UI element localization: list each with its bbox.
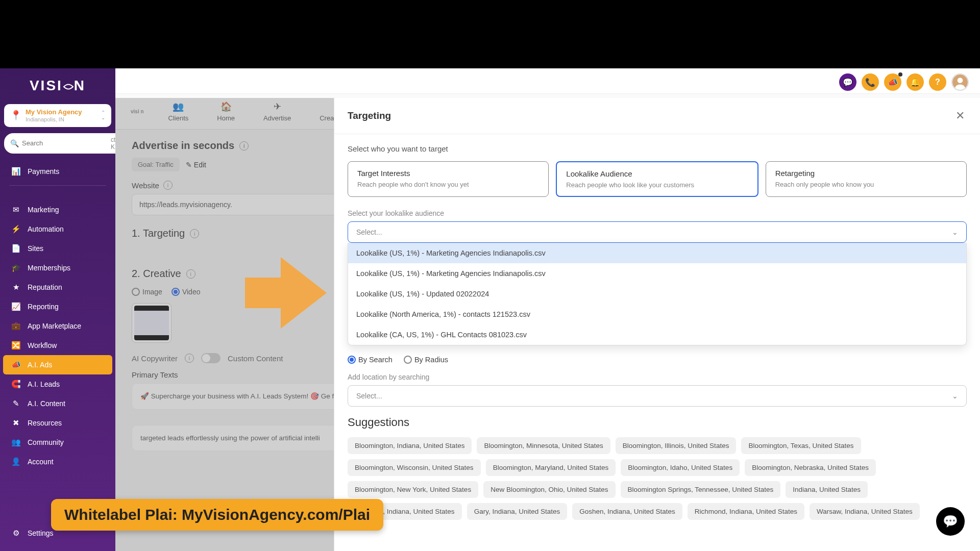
sites-icon: 📄 — [11, 244, 20, 253]
lookalike-label: Select your lookalike audience — [348, 209, 967, 217]
app-viewport: 💬 📞 📣 🔔 ? VISIN 📍 My Vision Agency India… — [0, 68, 980, 551]
ai-ads-icon: 📣 — [11, 360, 20, 369]
panel-subhead: Select who you want to target — [348, 144, 967, 153]
suggestion-chip[interactable]: Bloomington, Maryland, United States — [486, 459, 616, 476]
sidebar-item-label: A.I. Ads — [28, 361, 52, 369]
letterbox-top — [0, 0, 980, 68]
bell-icon[interactable]: 🔔 — [906, 73, 924, 91]
suggestion-chip[interactable]: New Bloomington, Ohio, United States — [483, 481, 615, 498]
sidebar-item-ai-ads[interactable]: 📣A.I. Ads — [3, 355, 112, 374]
suggestion-chip[interactable]: Gary, Indiana, United States — [467, 503, 568, 520]
suggestion-chip[interactable]: Bloomington, Idaho, United States — [621, 459, 740, 476]
dropdown-option[interactable]: Lookalike (US, 1%) - Marketing Agencies … — [348, 243, 966, 263]
pin-icon: 📍 — [10, 110, 21, 121]
dropdown-option[interactable]: Lookalike (CA, US, 1%) - GHL Contacts 08… — [348, 324, 966, 345]
suggestion-chip[interactable]: Goshen, Indiana, United States — [572, 503, 682, 520]
workflow-icon: 🔀 — [11, 341, 20, 350]
sidebar-item-automation[interactable]: ⚡Automation — [0, 219, 115, 239]
dropdown-option[interactable]: Lookalike (US, 1%) - Updated 02022024 — [348, 284, 966, 304]
subnav-clients[interactable]: 👥Clients — [154, 101, 203, 122]
suggestion-chip[interactable]: Bloomington, Illinois, United States — [616, 437, 737, 454]
avatar[interactable] — [951, 73, 969, 91]
chevron-down-icon: ⌄ — [952, 392, 958, 400]
clients-icon: 👥 — [173, 101, 184, 112]
reputation-icon: ★ — [11, 283, 20, 292]
megaphone-icon[interactable]: 📣 — [884, 73, 901, 91]
chat-icon[interactable]: 💬 — [839, 73, 856, 91]
search-input[interactable] — [22, 139, 108, 147]
sidebar-item-label: Automation — [28, 225, 64, 233]
payments-icon: 📊 — [11, 167, 20, 176]
brand-logo: VISIN — [0, 78, 115, 94]
radio-video[interactable]: Video — [172, 288, 201, 296]
phone-icon[interactable]: 📞 — [862, 73, 879, 91]
lookalike-select[interactable]: Select... ⌄ — [348, 221, 967, 243]
settings-icon: ⚙ — [11, 529, 20, 538]
sidebar-item-memberships[interactable]: 🎓Memberships — [0, 258, 115, 278]
radio-image[interactable]: Image — [132, 288, 162, 296]
ai-leads-icon: 🧲 — [11, 380, 20, 389]
suggestion-chip[interactable]: Indiana, United States — [786, 481, 868, 498]
sidebar-item-payments[interactable]: 📊Payments — [0, 162, 115, 181]
suggestion-chip[interactable]: Warsaw, Indiana, United States — [810, 503, 920, 520]
sidebar-item-reputation[interactable]: ★Reputation — [0, 278, 115, 297]
sidebar-item-workflow[interactable]: 🔀Workflow — [0, 336, 115, 355]
suggestion-chip[interactable]: Bloomington, Indiana, United States — [348, 437, 472, 454]
sidebar-item-label: App Marketplace — [28, 322, 81, 330]
ai-copywriter-toggle[interactable] — [201, 353, 220, 363]
sidebar-item-reporting[interactable]: 📈Reporting — [0, 297, 115, 316]
automation-icon: ⚡ — [11, 224, 20, 234]
sidebar-item-label: Community — [28, 438, 64, 446]
sidebar-item-marketing[interactable]: ✉Marketing — [0, 200, 115, 219]
subnav-home[interactable]: 🏠Home — [203, 101, 249, 122]
video-thumbnail[interactable] — [132, 303, 172, 343]
sidebar-item-label: Resources — [28, 419, 62, 427]
info-icon[interactable]: i — [163, 181, 173, 190]
dropdown-option[interactable]: Lookalike (US, 1%) - Marketing Agencies … — [348, 263, 966, 284]
search-input-wrap[interactable]: 🔍 ctrl K — [4, 133, 125, 154]
sidebar-item-label: Workflow — [28, 341, 57, 349]
radio-by-search[interactable]: By Search — [348, 356, 393, 364]
chevron-down-icon: ⌄ — [952, 228, 958, 236]
account-switcher[interactable]: 📍 My Vision Agency Indianapolis, IN ⌃ ⌄ — [4, 104, 111, 127]
suggestion-chip[interactable]: Bloomington, Wisconsin, United States — [348, 459, 481, 476]
help-icon[interactable]: ? — [929, 73, 946, 91]
sidebar-item-account[interactable]: 👤Account — [0, 452, 115, 471]
sidebar-item-label: Reputation — [28, 283, 62, 291]
account-icon: 👤 — [11, 457, 20, 466]
chat-fab[interactable]: 💬 — [936, 507, 965, 536]
suggestion-chip[interactable]: Bloomington, Nebraska, United States — [745, 459, 876, 476]
location-select[interactable]: Select... ⌄ — [348, 385, 967, 407]
sidebar-item-label: A.I. Content — [28, 399, 65, 408]
sidebar-item-marketplace[interactable]: 💼App Marketplace — [0, 316, 115, 336]
sidebar-item-ai-content[interactable]: ✎A.I. Content — [0, 394, 115, 413]
target-card-lookalike-audience[interactable]: Lookalike AudienceReach people who look … — [556, 161, 758, 197]
dropdown-option[interactable]: Lookalike (North America, 1%) - contacts… — [348, 304, 966, 324]
sidebar-item-ai-leads[interactable]: 🧲A.I. Leads — [0, 374, 115, 394]
radio-by-radius[interactable]: By Radius — [404, 356, 448, 364]
memberships-icon: 🎓 — [11, 263, 20, 272]
info-icon[interactable]: i — [239, 141, 249, 151]
sidebar-item-label: Payments — [28, 167, 59, 176]
sidebar-item-resources[interactable]: ✖Resources — [0, 413, 115, 433]
whitelabel-banner: Whitelabel Plai: MyVisionAgency.com/Plai — [51, 499, 383, 531]
target-card-target-interests[interactable]: Target InterestsReach people who don't k… — [348, 161, 549, 197]
subnav-logo: visi n — [120, 109, 154, 114]
edit-button[interactable]: ✎ Edit — [186, 161, 206, 169]
pencil-icon: ✎ — [186, 161, 192, 169]
sidebar-item-sites[interactable]: 📄Sites — [0, 239, 115, 258]
subnav-advertise[interactable]: ✈Advertise — [249, 101, 305, 122]
account-name: My Vision Agency — [26, 108, 97, 116]
info-icon[interactable]: i — [190, 229, 199, 238]
suggestion-chip[interactable]: Bloomington, Minnesota, United States — [477, 437, 610, 454]
suggestion-chip[interactable]: Bloomington Springs, Tennessee, United S… — [621, 481, 781, 498]
info-icon[interactable]: i — [185, 354, 194, 363]
sidebar-item-community[interactable]: 👥Community — [0, 433, 115, 452]
suggestion-chip[interactable]: Bloomington, New York, United States — [348, 481, 478, 498]
info-icon[interactable]: i — [186, 269, 195, 279]
suggestion-chip[interactable]: Richmond, Indiana, United States — [688, 503, 804, 520]
search-icon: 🔍 — [10, 139, 19, 147]
target-card-retargeting[interactable]: RetargetingReach only people who know yo… — [766, 161, 967, 197]
suggestion-chip[interactable]: Bloomington, Texas, United States — [741, 437, 861, 454]
close-icon[interactable]: ✕ — [953, 107, 967, 124]
